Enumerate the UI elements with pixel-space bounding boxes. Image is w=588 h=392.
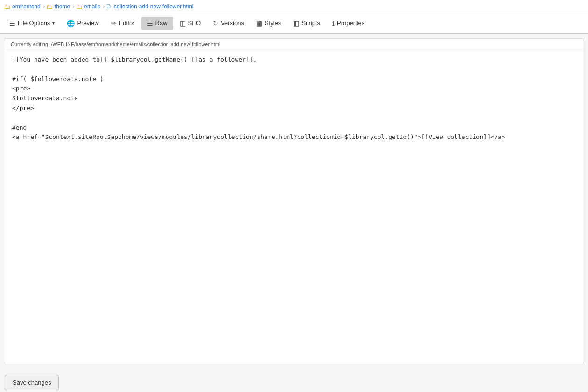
styles-label: Styles [265,20,281,27]
seo-icon: ◫ [180,20,186,27]
styles-icon: ▦ [256,20,262,27]
versions-icon: ↻ [213,20,218,27]
properties-icon: ℹ [332,20,335,27]
file-options-button[interactable]: ☰ File Options [4,17,60,30]
folder-icon-theme: 🗀 [46,3,53,10]
preview-label: Preview [77,20,98,27]
editor-icon: ✏ [111,20,117,27]
breadcrumb-theme[interactable]: theme [53,3,72,10]
status-label: Currently editing: [11,41,49,47]
save-changes-button[interactable]: Save changes [5,375,59,390]
breadcrumb-emails[interactable]: emails [82,3,102,10]
file-options-icon: ☰ [9,20,15,27]
scripts-button[interactable]: ◧ Scripts [287,17,326,30]
file-options-label: File Options [18,20,50,27]
preview-icon: 🌐 [67,20,75,27]
breadcrumb-emfrontend[interactable]: emfrontend [10,3,42,10]
folder-icon-emfrontend: 🗀 [4,3,10,10]
raw-icon: ☰ [147,20,153,27]
editor-button[interactable]: ✏ Editor [105,17,140,30]
versions-button[interactable]: ↻ Versions [207,17,250,30]
file-icon: 🗋 [106,3,112,10]
breadcrumb-sep-1: › [42,3,46,10]
editor-label: Editor [119,20,135,27]
scripts-icon: ◧ [293,20,299,27]
status-bar: Currently editing: /WEB-INF/base/emfront… [5,39,583,50]
styles-button[interactable]: ▦ Styles [251,17,287,30]
raw-label: Raw [155,20,168,27]
scripts-label: Scripts [301,20,320,27]
folder-icon-emails: 🗀 [76,3,82,10]
toolbar: ☰ File Options 🌐 Preview ✏ Editor ☰ Raw … [0,13,588,34]
seo-button[interactable]: ◫ SEO [174,17,206,30]
breadcrumb-sep-2: › [72,3,76,10]
breadcrumb: 🗀 emfrontend › 🗀 theme › 🗀 emails › 🗋 co… [0,0,588,13]
properties-button[interactable]: ℹ Properties [327,17,370,30]
properties-label: Properties [337,20,364,27]
seo-label: SEO [188,20,201,27]
status-path: /WEB-INF/base/emfrontend/theme/emails/co… [51,41,220,47]
preview-button[interactable]: 🌐 Preview [61,17,104,30]
raw-button[interactable]: ☰ Raw [141,17,173,30]
footer: Save changes [0,369,588,392]
versions-label: Versions [221,20,244,27]
breadcrumb-file[interactable]: collection-add-new-follower.html [112,3,196,10]
breadcrumb-sep-3: › [102,3,106,10]
code-editor[interactable] [5,50,583,349]
main-content: Currently editing: /WEB-INF/base/emfront… [5,38,583,364]
